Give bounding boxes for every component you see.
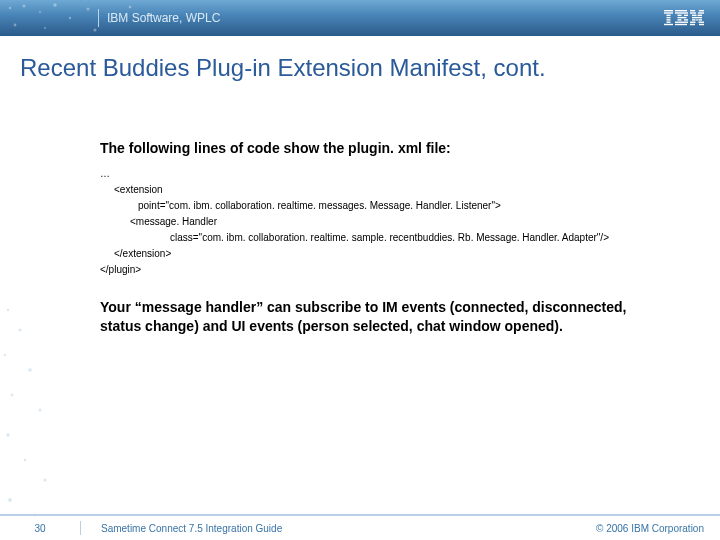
header-divider xyxy=(98,9,99,27)
svg-point-45 xyxy=(4,354,6,356)
svg-point-48 xyxy=(39,409,42,412)
svg-rect-25 xyxy=(678,19,682,20)
svg-rect-27 xyxy=(675,22,688,23)
lead-text: The following lines of code show the plu… xyxy=(100,140,670,156)
svg-point-44 xyxy=(18,328,21,331)
svg-point-43 xyxy=(7,309,10,312)
svg-point-1 xyxy=(23,5,26,8)
svg-rect-42 xyxy=(699,24,704,25)
code-block: … <extension point="com. ibm. collaborat… xyxy=(100,166,670,278)
svg-rect-37 xyxy=(696,19,698,20)
svg-rect-39 xyxy=(690,22,696,23)
code-line: point="com. ibm. collaboration. realtime… xyxy=(100,198,670,214)
svg-rect-32 xyxy=(698,12,704,13)
svg-point-5 xyxy=(87,8,90,11)
copyright: © 2006 IBM Corporation xyxy=(596,523,704,534)
svg-point-0 xyxy=(9,7,11,9)
svg-point-9 xyxy=(14,24,17,27)
svg-rect-33 xyxy=(692,15,697,16)
footer-bar: 30 Sametime Connect 7.5 Integration Guid… xyxy=(0,514,720,540)
svg-rect-30 xyxy=(699,10,704,11)
page-number: 30 xyxy=(0,523,80,534)
svg-rect-34 xyxy=(698,15,703,16)
svg-point-4 xyxy=(69,17,71,19)
footer-title: Sametime Connect 7.5 Integration Guide xyxy=(101,523,596,534)
svg-rect-29 xyxy=(690,10,695,11)
svg-rect-21 xyxy=(675,12,688,13)
svg-rect-31 xyxy=(690,12,696,13)
svg-rect-38 xyxy=(699,19,703,20)
svg-point-50 xyxy=(24,459,27,462)
svg-rect-35 xyxy=(692,17,702,18)
svg-rect-41 xyxy=(690,24,695,25)
svg-point-7 xyxy=(129,6,132,9)
header-label: IBM Software, WPLC xyxy=(107,11,220,25)
svg-rect-23 xyxy=(684,15,688,16)
svg-point-47 xyxy=(11,394,14,397)
code-line: </extension> xyxy=(100,246,670,262)
svg-rect-24 xyxy=(678,17,687,18)
code-line: class="com. ibm. collaboration. realtime… xyxy=(100,230,670,246)
ibm-logo-icon xyxy=(664,10,704,26)
code-line: … xyxy=(100,166,670,182)
svg-point-10 xyxy=(44,27,46,29)
footer-divider xyxy=(80,521,81,535)
svg-rect-17 xyxy=(667,22,671,23)
content-area: The following lines of code show the plu… xyxy=(100,140,670,336)
svg-rect-36 xyxy=(692,19,696,20)
svg-point-49 xyxy=(6,433,9,436)
svg-rect-12 xyxy=(664,10,673,11)
svg-point-11 xyxy=(94,29,97,32)
code-line: <message. Handler xyxy=(100,214,670,230)
svg-rect-22 xyxy=(678,15,682,16)
header-bar: IBM Software, WPLC xyxy=(0,0,720,36)
svg-point-46 xyxy=(28,368,32,372)
slide-title: Recent Buddies Plug-in Extension Manifes… xyxy=(20,54,720,82)
explain-text: Your “message handler” can subscribe to … xyxy=(100,298,670,336)
svg-point-3 xyxy=(53,3,57,7)
side-dots-decoration xyxy=(0,300,60,540)
svg-rect-13 xyxy=(664,12,673,13)
svg-rect-40 xyxy=(699,22,705,23)
svg-rect-14 xyxy=(667,15,671,16)
svg-rect-20 xyxy=(675,10,687,11)
code-line: </plugin> xyxy=(100,262,670,278)
code-line: <extension xyxy=(100,182,670,198)
svg-rect-28 xyxy=(675,24,687,25)
svg-rect-16 xyxy=(667,19,671,20)
svg-point-52 xyxy=(8,498,12,502)
svg-rect-18 xyxy=(664,24,673,25)
svg-point-51 xyxy=(43,478,46,481)
svg-rect-26 xyxy=(684,19,688,20)
svg-point-2 xyxy=(39,11,41,13)
svg-rect-15 xyxy=(667,17,671,18)
